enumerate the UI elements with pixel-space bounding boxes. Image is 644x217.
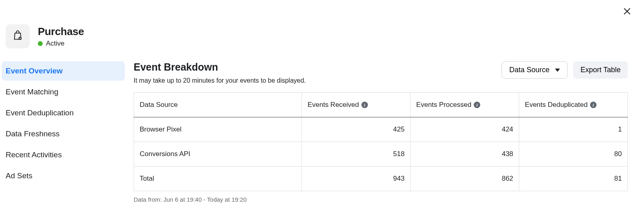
section-title: Event Breakdown <box>134 61 306 73</box>
column-label: Events Processed <box>416 101 471 109</box>
table-row: Total 943 862 81 <box>134 167 628 191</box>
sidebar-item-ad-sets[interactable]: Ad Sets <box>2 166 125 186</box>
column-label: Events Deduplicated <box>525 101 588 109</box>
cell-deduplicated: 1 <box>519 117 628 142</box>
sidebar-item-label: Recent Activities <box>6 150 62 159</box>
sidebar-item-label: Data Freshness <box>6 129 60 138</box>
info-icon[interactable]: i <box>474 102 480 108</box>
sidebar-item-label: Event Overview <box>6 67 63 75</box>
column-label: Events Received <box>308 101 359 109</box>
status-indicator <box>38 41 43 46</box>
sidebar-item-event-deduplication[interactable]: Event Deduplication <box>2 103 125 123</box>
sidebar-item-recent-activities[interactable]: Recent Activities <box>2 145 125 165</box>
event-header: Purchase Active <box>0 0 644 48</box>
column-header-events-deduplicated: Events Deduplicated i <box>519 93 628 117</box>
cell-processed: 438 <box>411 142 519 167</box>
column-label: Data Source <box>140 101 178 109</box>
dropdown-label: Data Source <box>509 66 549 74</box>
cell-received: 943 <box>302 167 411 191</box>
data-range-text: Data from: Jun 6 at 19:40 - Today at 19:… <box>134 196 628 203</box>
sidebar-item-event-overview[interactable]: Event Overview <box>2 61 125 81</box>
sidebar: Event Overview Event Matching Event Dedu… <box>0 61 125 203</box>
column-header-events-processed: Events Processed i <box>411 93 519 117</box>
shopping-bag-icon <box>12 30 23 43</box>
sidebar-item-event-matching[interactable]: Event Matching <box>2 82 125 102</box>
column-header-events-received: Events Received i <box>302 93 411 117</box>
status-text: Active <box>46 40 64 48</box>
sidebar-item-label: Event Matching <box>6 88 58 96</box>
cell-processed: 862 <box>411 167 519 191</box>
cell-deduplicated: 81 <box>519 167 628 191</box>
cell-source: Total <box>134 167 302 191</box>
section-subtitle: It may take up to 20 minutes for your ev… <box>134 77 306 84</box>
info-icon[interactable]: i <box>590 102 597 108</box>
cell-received: 518 <box>302 142 411 167</box>
sidebar-item-data-freshness[interactable]: Data Freshness <box>2 124 125 144</box>
close-icon <box>623 7 632 17</box>
export-table-button[interactable]: Export Table <box>573 61 628 79</box>
cell-source: Browser Pixel <box>134 117 302 142</box>
data-source-dropdown[interactable]: Data Source <box>502 61 568 79</box>
button-label: Export Table <box>580 66 621 74</box>
info-icon[interactable]: i <box>361 102 368 108</box>
close-button[interactable] <box>622 7 632 17</box>
table-row: Conversions API 518 438 80 <box>134 142 628 167</box>
cell-processed: 424 <box>411 117 519 142</box>
event-icon-box <box>6 24 30 48</box>
column-header-data-source: Data Source <box>134 93 302 117</box>
sidebar-item-label: Ad Sets <box>6 171 33 180</box>
table-row: Browser Pixel 425 424 1 <box>134 117 628 142</box>
main-panel: Event Breakdown It may take up to 20 min… <box>125 61 644 203</box>
chevron-down-icon <box>555 69 560 72</box>
event-breakdown-table: Data Source Events Received i Events Pro… <box>134 92 628 191</box>
sidebar-item-label: Event Deduplication <box>6 108 74 117</box>
cell-received: 425 <box>302 117 411 142</box>
event-title: Purchase <box>38 25 84 38</box>
cell-source: Conversions API <box>134 142 302 167</box>
cell-deduplicated: 80 <box>519 142 628 167</box>
